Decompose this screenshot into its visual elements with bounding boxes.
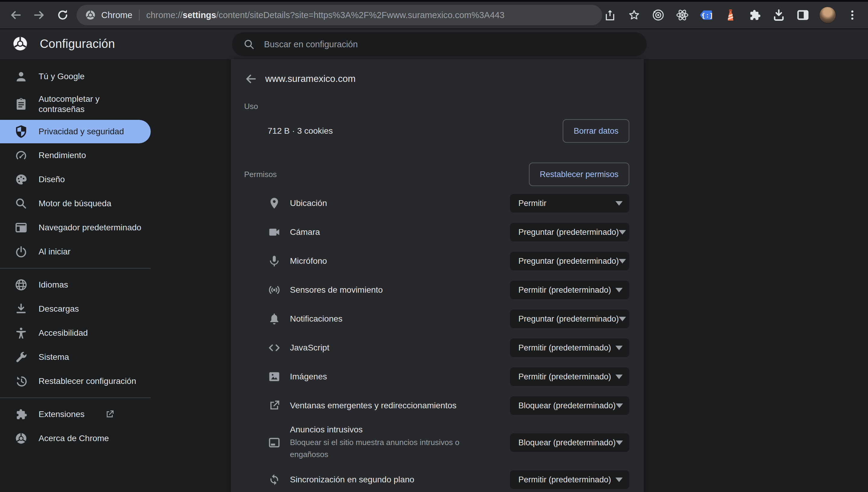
- back-arrow-icon[interactable]: [244, 72, 257, 85]
- caret-down-icon: [616, 403, 623, 408]
- permission-row-camera: Cámara Preguntar (predeterminado): [244, 218, 629, 247]
- permission-row-javascript: JavaScript Permitir (predeterminado): [244, 333, 629, 362]
- sidebar-item-languages[interactable]: Idiomas: [0, 273, 169, 297]
- permission-row-intrusive-ads: Anuncios intrusivos Bloquear si el sitio…: [244, 420, 629, 465]
- extension-lighthouse-icon[interactable]: [723, 7, 738, 23]
- extension-orbit-icon[interactable]: [650, 7, 666, 23]
- external-link-icon: [104, 409, 115, 419]
- settings-menu: Tú y Google Autocompletar y contraseñas …: [0, 59, 169, 450]
- sidebar-item-accessibility[interactable]: Accesibilidad: [0, 321, 169, 345]
- ads-icon: [267, 436, 281, 449]
- sidebar-item-performance[interactable]: Rendimiento: [0, 143, 169, 167]
- bookmark-star-icon[interactable]: [626, 7, 642, 23]
- sidebar-item-privacy-security[interactable]: Privacidad y seguridad: [0, 120, 151, 143]
- back-icon[interactable]: [8, 8, 23, 22]
- profile-avatar[interactable]: [819, 7, 836, 24]
- wrench-icon: [15, 350, 28, 364]
- permission-row-microphone: Micrófono Preguntar (predeterminado): [244, 247, 629, 275]
- sidebar-item-autofill[interactable]: Autocompletar y contraseñas: [0, 89, 169, 120]
- browser-toolbar: Chrome chrome://settings/content/siteDet…: [0, 2, 868, 29]
- permission-label: Cámara: [290, 227, 504, 237]
- palette-icon: [15, 173, 28, 186]
- extension-react-icon[interactable]: [675, 7, 690, 23]
- extension-json-icon[interactable]: [:]: [699, 7, 714, 23]
- side-panel-icon[interactable]: [795, 7, 811, 23]
- settings-search-input[interactable]: Buscar en configuración: [232, 32, 647, 56]
- usage-row: 712 B · 3 cookies Borrar datos: [244, 117, 629, 145]
- permission-select-intrusive-ads[interactable]: Bloquear (predeterminado): [510, 433, 629, 452]
- permissions-header: Permisos Restablecer permisos: [244, 160, 629, 189]
- sidebar-item-search-engine[interactable]: Motor de búsqueda: [0, 192, 169, 216]
- forward-icon[interactable]: [32, 8, 46, 22]
- sidebar-item-extensions[interactable]: Extensiones: [0, 402, 169, 426]
- caret-down-icon: [615, 374, 623, 379]
- permission-select-microphone[interactable]: Preguntar (predeterminado): [510, 252, 629, 270]
- select-value: Permitir (predeterminado): [518, 343, 611, 352]
- permission-row-notifications: Notificaciones Preguntar (predeterminado…: [244, 304, 629, 333]
- caret-down-icon: [619, 230, 626, 235]
- permission-label: Imágenes: [290, 372, 504, 382]
- share-icon[interactable]: [602, 7, 618, 23]
- permission-select-motion-sensors[interactable]: Permitir (predeterminado): [510, 280, 629, 299]
- usage-value: 712 B · 3 cookies: [267, 126, 333, 136]
- globe-icon: [15, 278, 28, 292]
- kebab-menu-icon[interactable]: [844, 7, 860, 23]
- speedometer-icon: [15, 149, 28, 162]
- permission-select-popups[interactable]: Bloquear (predeterminado): [510, 396, 629, 415]
- sidebar-item-appearance[interactable]: Diseño: [0, 167, 169, 192]
- settings-header: Configuración Buscar en configuración: [0, 29, 868, 59]
- select-value: Preguntar (predeterminado): [518, 314, 619, 324]
- permission-select-background-sync[interactable]: Permitir (predeterminado): [510, 470, 629, 489]
- caret-down-icon: [619, 259, 626, 264]
- sidebar-item-label: Privacidad y seguridad: [39, 126, 124, 137]
- image-icon: [267, 370, 281, 383]
- sidebar-item-downloads[interactable]: Descargas: [0, 297, 169, 321]
- extensions-puzzle-icon[interactable]: [747, 7, 763, 23]
- permission-description: Bloquear si el sitio muestra anuncios in…: [290, 436, 489, 461]
- accessibility-icon: [15, 326, 28, 340]
- motion-sensors-icon: [267, 283, 281, 297]
- sidebar-item-default-browser[interactable]: Navegador predeterminado: [0, 216, 169, 240]
- bell-icon: [267, 312, 281, 325]
- sidebar-item-about-chrome[interactable]: Acerca de Chrome: [0, 426, 169, 450]
- permission-select-images[interactable]: Permitir (predeterminado): [510, 367, 629, 386]
- permission-label: Notificaciones: [290, 314, 504, 324]
- sidebar-item-label: Accesibilidad: [39, 328, 88, 338]
- shield-icon: [15, 125, 28, 138]
- permission-select-camera[interactable]: Preguntar (predeterminado): [510, 223, 629, 242]
- content-area: Tú y Google Autocompletar y contraseñas …: [0, 59, 868, 492]
- permissions-section-label: Permisos: [244, 170, 277, 179]
- permission-select-notifications[interactable]: Preguntar (predeterminado): [510, 310, 629, 328]
- sidebar-item-label: Motor de búsqueda: [39, 198, 111, 209]
- sidebar-item-reset-settings[interactable]: Restablecer configuración: [0, 369, 169, 393]
- sidebar-item-on-startup[interactable]: Al iniciar: [0, 240, 169, 264]
- sidebar-item-label: Restablecer configuración: [39, 376, 136, 386]
- location-pin-icon: [267, 197, 281, 210]
- select-value: Permitir: [518, 199, 546, 208]
- puzzle-icon: [15, 408, 28, 421]
- permission-row-images: Imágenes Permitir (predeterminado): [244, 362, 629, 391]
- select-value: Preguntar (predeterminado): [518, 256, 619, 266]
- sidebar-item-you-and-google[interactable]: Tú y Google: [0, 65, 169, 89]
- clear-data-button[interactable]: Borrar datos: [563, 119, 629, 143]
- caret-down-icon: [615, 201, 623, 206]
- select-value: Permitir (predeterminado): [518, 372, 611, 382]
- permission-select-location[interactable]: Permitir: [510, 194, 629, 213]
- permission-select-javascript[interactable]: Permitir (predeterminado): [510, 339, 629, 357]
- sidebar-item-label: Acerca de Chrome: [39, 433, 109, 444]
- address-bar[interactable]: Chrome chrome://settings/content/siteDet…: [76, 5, 602, 25]
- caret-down-icon: [615, 477, 623, 482]
- person-icon: [15, 70, 28, 83]
- sync-icon: [267, 473, 281, 486]
- address-site-label: Chrome: [101, 10, 132, 20]
- chrome-favicon-icon: [85, 10, 96, 21]
- reload-icon[interactable]: [55, 8, 70, 22]
- permission-row-motion-sensors: Sensores de movimiento Permitir (predete…: [244, 275, 629, 304]
- reset-permissions-button[interactable]: Restablecer permisos: [529, 163, 629, 186]
- sidebar-item-system[interactable]: Sistema: [0, 345, 169, 369]
- site-title: www.suramexico.com: [265, 73, 356, 84]
- permission-row-popups: Ventanas emergentes y redireccionamiento…: [244, 391, 629, 420]
- chrome-logo-icon: [12, 35, 28, 52]
- browser-window-icon: [15, 221, 28, 234]
- downloads-icon[interactable]: [771, 7, 787, 23]
